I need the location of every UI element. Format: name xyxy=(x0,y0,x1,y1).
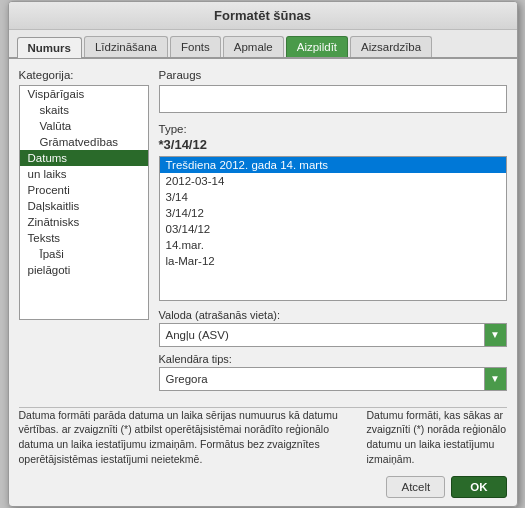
calendar-label: Kalendāra tips: xyxy=(159,353,507,365)
type-item-5[interactable]: 14.mar. xyxy=(160,237,506,253)
footer-text-right: Datumu formāti, kas sākas ar zvaigznīti … xyxy=(367,408,507,467)
type-item-4[interactable]: 03/14/12 xyxy=(160,221,506,237)
calendar-value: Gregora xyxy=(160,373,484,385)
tab-bar: Numurs Līdzināšana Fonts Apmale Aizpildī… xyxy=(9,30,517,59)
type-list[interactable]: Trešdiena 2012. gada 14. marts 2012-03-1… xyxy=(159,156,507,301)
cat-skaits[interactable]: skaits xyxy=(20,102,148,118)
type-item-1[interactable]: 2012-03-14 xyxy=(160,173,506,189)
category-list[interactable]: Vispārīgais skaits Valūta Grāmatvedības … xyxy=(19,85,149,320)
ok-button[interactable]: OK xyxy=(451,476,506,498)
cat-dalskaitlis[interactable]: Daļskaitlis xyxy=(20,198,148,214)
language-label: Valoda (atrašanās vieta): xyxy=(159,309,507,321)
right-panel: Paraugs Type: *3/14/12 Trešdiena 2012. g… xyxy=(159,69,507,397)
cat-teksts[interactable]: Teksts xyxy=(20,230,148,246)
paraugs-label: Paraugs xyxy=(159,69,507,81)
type-item-6[interactable]: la-Mar-12 xyxy=(160,253,506,269)
type-item-3[interactable]: 3/14/12 xyxy=(160,205,506,221)
cat-ipasi[interactable]: Īpaši xyxy=(20,246,148,262)
format-cells-dialog: Formatēt šūnas Numurs Līdzināšana Fonts … xyxy=(8,1,518,508)
left-panel: Kategorija: Vispārīgais skaits Valūta Gr… xyxy=(19,69,149,397)
footer-text-left: Datuma formāti parāda datuma un laika sē… xyxy=(19,408,357,467)
footer-buttons: Atcelt OK xyxy=(9,472,517,506)
language-value: Angļu (ASV) xyxy=(160,329,484,341)
calendar-dropdown-btn[interactable]: ▼ xyxy=(484,368,506,390)
language-dropdown-btn[interactable]: ▼ xyxy=(484,324,506,346)
cat-un-laiks[interactable]: un laiks xyxy=(20,166,148,182)
content-area: Kategorija: Vispārīgais skaits Valūta Gr… xyxy=(9,59,517,407)
language-dropdown[interactable]: Angļu (ASV) ▼ xyxy=(159,323,507,347)
tab-aizpildit[interactable]: Aizpildīt xyxy=(286,36,348,57)
tab-aizsardziba[interactable]: Aizsardzība xyxy=(350,36,432,57)
cat-pielAgoti[interactable]: pielāgoti xyxy=(20,262,148,278)
tab-numurs[interactable]: Numurs xyxy=(17,37,82,58)
type-value: *3/14/12 xyxy=(159,137,507,152)
cat-datums[interactable]: Datums xyxy=(20,150,148,166)
cat-zinatnisks[interactable]: Zinātnisks xyxy=(20,214,148,230)
type-item-0[interactable]: Trešdiena 2012. gada 14. marts xyxy=(160,157,506,173)
cancel-button[interactable]: Atcelt xyxy=(386,476,445,498)
type-label: Type: xyxy=(159,123,507,135)
tab-fonts[interactable]: Fonts xyxy=(170,36,221,57)
tab-lidzinasana[interactable]: Līdzināšana xyxy=(84,36,168,57)
cat-gramatvedibas[interactable]: Grāmatvedības xyxy=(20,134,148,150)
tab-apmale[interactable]: Apmale xyxy=(223,36,284,57)
cat-procenti[interactable]: Procenti xyxy=(20,182,148,198)
calendar-dropdown[interactable]: Gregora ▼ xyxy=(159,367,507,391)
footer-text-area: Datuma formāti parāda datuma un laika sē… xyxy=(9,408,517,473)
dialog-title: Formatēt šūnas xyxy=(9,2,517,30)
category-label: Kategorija: xyxy=(19,69,149,81)
paraugs-box xyxy=(159,85,507,113)
cat-valuta[interactable]: Valūta xyxy=(20,118,148,134)
cat-visparigas[interactable]: Vispārīgais xyxy=(20,86,148,102)
type-item-2[interactable]: 3/14 xyxy=(160,189,506,205)
